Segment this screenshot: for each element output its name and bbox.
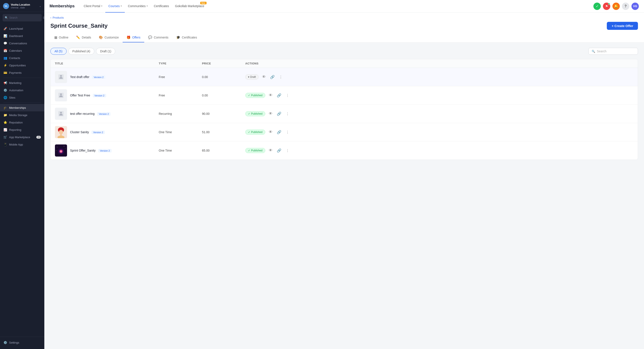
sidebar-item-reputation[interactable]: ⭐ Reputation — [0, 119, 44, 126]
sub-tabs: ▦ Outline ✏️ Details 🎨 Customize 🎁 Offer… — [50, 33, 638, 42]
sidebar-item-reporting[interactable]: 📈 Reporting — [0, 126, 44, 134]
status-badge[interactable]: ✓ Published — [245, 93, 265, 98]
notification-button[interactable]: 🔔 — [612, 2, 620, 10]
view-icon[interactable]: 👁 — [268, 111, 273, 117]
tab-label: Outline — [59, 36, 68, 39]
more-options-icon[interactable]: ⋮ — [278, 74, 284, 80]
more-options-icon[interactable]: ⋮ — [285, 148, 290, 154]
new-badge: New — [200, 2, 206, 4]
sidebar-item-calendars[interactable]: 📅 Calendars — [0, 47, 44, 54]
link-icon[interactable]: 🔗 — [276, 129, 282, 135]
tab-offers[interactable]: 🎁 Offers — [122, 33, 144, 42]
certificates-icon: 🎓 — [176, 36, 180, 39]
page-content: ‹ Products Sprint Course_Sanity + Create… — [44, 12, 644, 349]
sidebar-item-conversations[interactable]: 💬 Conversations — [0, 40, 44, 47]
help-button[interactable]: ? — [622, 2, 629, 10]
status-badge[interactable]: ✓ Published — [245, 148, 265, 153]
sidebar-item-contacts[interactable]: 👥 Contacts — [0, 54, 44, 62]
link-icon[interactable]: 🔗 — [276, 148, 282, 154]
sidebar-item-marketing[interactable]: 📢 Marketing — [0, 79, 44, 86]
sidebar-item-app-marketplace[interactable]: 🛒 App Marketplace 38 — [0, 134, 44, 141]
tab-communities[interactable]: Communities ▾ — [125, 0, 151, 12]
create-offer-button[interactable]: + Create Offer — [607, 22, 638, 30]
tab-label: Courses — [108, 4, 120, 8]
sidebar-item-payments[interactable]: 💳 Payments — [0, 69, 44, 76]
top-nav-title: Memberships — [50, 4, 74, 8]
status-badge[interactable]: ▾ Draft — [245, 74, 259, 80]
version-badge: Version 2 — [92, 76, 105, 79]
sidebar-item-label: Sites — [9, 96, 15, 99]
tab-label: Customize — [104, 36, 119, 39]
tab-comments[interactable]: 💬 Comments — [144, 33, 172, 42]
table-row: Sprint Offer_Sanity Version 2 One Time 6… — [50, 142, 638, 160]
offer-price: 90.00 — [202, 112, 245, 116]
header-type: Type — [159, 62, 202, 65]
app-marketplace-icon: 🛒 — [4, 135, 7, 139]
settings-icon: ⚙️ — [4, 341, 7, 344]
tab-certificates[interactable]: 🎓 Certificates — [172, 33, 201, 42]
sidebar-item-label: Opportunities — [9, 64, 26, 67]
top-nav-right: ✓ ⚑ 🔔 ? VG — [594, 2, 639, 10]
offer-thumbnail — [55, 144, 67, 156]
sidebar-item-mobile-app[interactable]: 📱 Mobile App — [0, 141, 44, 148]
tab-outline[interactable]: ▦ Outline — [50, 33, 72, 42]
svg-point-14 — [60, 150, 62, 152]
tab-client-portal[interactable]: Client Portal ▾ — [81, 0, 105, 12]
table-area: All (5) Published (4) Draft (1) 🔍 Title … — [44, 42, 644, 165]
version-badge: Version 2 — [97, 112, 110, 116]
view-icon[interactable]: 👁 — [268, 92, 273, 98]
more-options-icon[interactable]: ⋮ — [285, 129, 290, 135]
user-avatar[interactable]: VG — [632, 2, 639, 10]
svg-point-3 — [60, 94, 62, 95]
status-badge[interactable]: ✓ Published — [245, 130, 265, 135]
table-header: Title Type Price Actions — [50, 59, 638, 68]
sidebar-location-header[interactable]: VL Vooha Location chennai , state ⌄ — [0, 0, 44, 12]
tab-courses[interactable]: Courses ▾ — [105, 0, 125, 12]
filter-draft[interactable]: Draft (1) — [96, 48, 115, 55]
tab-label: Client Portal — [84, 4, 100, 8]
sidebar-item-dashboard[interactable]: 📊 Dashboard — [0, 32, 44, 40]
breadcrumb[interactable]: ‹ Products — [50, 16, 638, 19]
tab-gokollab[interactable]: Gokollab Marketplace New — [172, 0, 207, 12]
table-row: test offer recurring Version 2 Recurring… — [50, 105, 638, 123]
header-title: Title — [55, 62, 159, 65]
sidebar-item-label: Calendars — [9, 49, 22, 52]
filter-published[interactable]: Published (4) — [68, 48, 94, 55]
header-price: Price — [202, 62, 245, 65]
offer-title-cell: test offer recurring Version 2 — [55, 108, 159, 120]
table-row: Cluster Sanity Version 2 One Time 51.00 … — [50, 123, 638, 142]
link-icon[interactable]: 🔗 — [269, 74, 276, 80]
filter-all[interactable]: All (5) — [50, 48, 66, 55]
svg-point-18 — [56, 150, 56, 151]
top-navigation: Memberships Client Portal ▾ Courses ▾ Co… — [44, 0, 644, 12]
sidebar-item-sites[interactable]: 🌐 Sites — [0, 94, 44, 101]
sidebar-item-launchpad[interactable]: 🚀 Launchpad — [0, 25, 44, 32]
status-badge[interactable]: ✓ Published — [245, 111, 265, 116]
flag-button[interactable]: ⚑ — [603, 2, 610, 10]
sidebar-item-opportunities[interactable]: ⚡ Opportunities — [0, 62, 44, 69]
tab-details[interactable]: ✏️ Details — [72, 33, 95, 42]
link-icon[interactable]: 🔗 — [276, 111, 282, 117]
sidebar-item-memberships[interactable]: 🎓 Memberships — [0, 104, 44, 111]
link-icon[interactable]: 🔗 — [276, 92, 282, 98]
checkmark-button[interactable]: ✓ — [594, 2, 601, 10]
offer-price: 0.00 — [202, 75, 245, 79]
reporting-icon: 📈 — [4, 128, 7, 132]
view-icon[interactable]: 👁 — [268, 129, 273, 135]
more-options-icon[interactable]: ⋮ — [285, 92, 290, 98]
search-input[interactable] — [9, 16, 42, 19]
offers-search-input[interactable] — [597, 50, 635, 53]
view-icon[interactable]: 👁 — [261, 74, 267, 80]
filter-row: All (5) Published (4) Draft (1) 🔍 — [50, 48, 638, 55]
more-options-icon[interactable]: ⋮ — [285, 111, 290, 117]
sidebar-item-automation[interactable]: ⚙️ Automation — [0, 86, 44, 94]
tab-customize[interactable]: 🎨 Customize — [95, 33, 122, 42]
dashboard-icon: 📊 — [4, 34, 7, 38]
tab-certificates[interactable]: Certificates — [151, 0, 172, 12]
sidebar-location-name: Vooha Location — [11, 3, 30, 6]
table-row: Offer Test Free Version 2 Free 0.00 ✓ Pu… — [50, 86, 638, 105]
sidebar-item-media-storage[interactable]: 📁 Media Storage — [0, 111, 44, 119]
view-icon[interactable]: 👁 — [268, 148, 273, 154]
sidebar-item-settings[interactable]: ⚙️ Settings — [4, 339, 41, 346]
chevron-down-icon: ▾ — [146, 5, 148, 7]
